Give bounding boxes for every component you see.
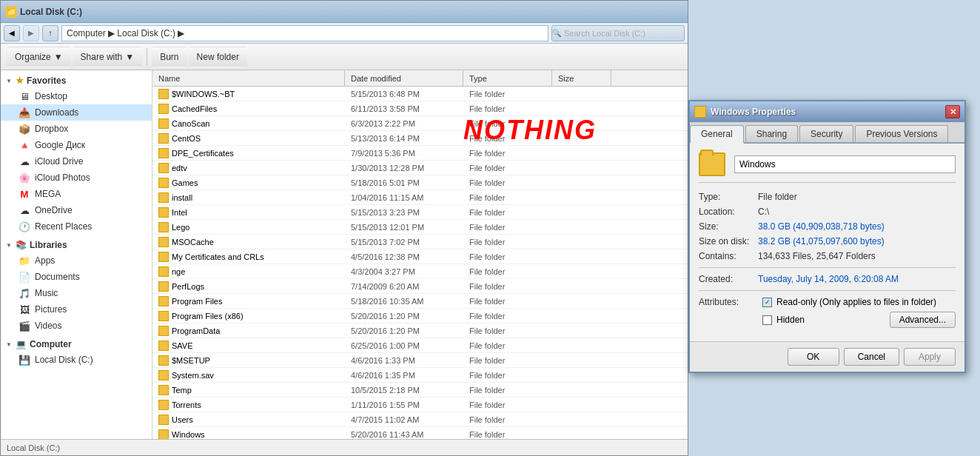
table-row[interactable]: CachedFiles 6/11/2013 3:58 PM File folde… [152,101,688,116]
file-date-cell: 5/13/2013 6:14 PM [345,134,463,143]
table-row[interactable]: edtv 1/30/2013 12:28 PM File folder [152,161,688,175]
new-folder-label: New folder [197,52,239,62]
sidebar-item-apps[interactable]: 📁 Apps [1,252,152,269]
sidebar-item-google-disk[interactable]: 🔺 Google Диск [1,137,152,153]
file-date-cell: 5/15/2013 12:01 PM [345,223,463,232]
sidebar-item-documents[interactable]: 📄 Documents [1,269,152,285]
file-name-text: Program Files [172,297,222,306]
created-value: Tuesday, July 14, 2009, 6:20:08 AM [758,274,899,284]
local-disk-icon: 💾 [19,354,30,366]
computer-header[interactable]: ▼ 💻 Computer [1,337,152,352]
new-folder-button[interactable]: New folder [189,47,247,67]
share-with-button[interactable]: Share with ▼ [73,47,143,67]
table-row[interactable]: Temp 10/5/2015 2:18 PM File folder [152,383,688,398]
table-row[interactable]: DPE_Certificates 7/9/2013 5:36 PM File f… [152,146,688,161]
favorites-header[interactable]: ▼ ★ Favorites [1,73,152,88]
folder-name-input[interactable] [734,155,956,173]
file-name-text: Temp [172,386,192,395]
col-header-type[interactable]: Type [463,70,552,86]
table-row[interactable]: CanoScan 6/3/2013 2:22 PM File folder [152,116,688,131]
libraries-header[interactable]: ▼ 📚 Libraries [1,238,152,252]
table-row[interactable]: Torrents 1/11/2016 1:55 PM File folder [152,398,688,412]
libraries-label: Libraries [30,240,67,250]
computer-section: ▼ 💻 Computer 💾 Local Disk (C:) [1,337,152,368]
col-header-size[interactable]: Size [552,70,611,86]
table-row[interactable]: CentOS 5/13/2013 6:14 PM File folder [152,131,688,146]
col-type-label: Type [469,74,487,83]
table-row[interactable]: nge 4/3/2004 3:27 PM File folder [152,264,688,279]
dialog-close-button[interactable]: ✕ [945,105,960,118]
sidebar-item-dropbox[interactable]: 📦 Dropbox [1,121,152,137]
up-button[interactable]: ↑ [42,25,58,41]
folder-icon [158,148,169,158]
file-name-cell: Program Files (x86) [152,311,345,321]
organize-button[interactable]: Organize ▼ [7,47,71,67]
sidebar-item-desktop[interactable]: 🖥 Desktop [1,88,152,104]
table-row[interactable]: PerfLogs 7/14/2009 6:20 AM File folder [152,279,688,294]
table-row[interactable]: $MSETUP 4/6/2016 1:33 PM File folder [152,353,688,368]
back-button[interactable]: ◀ [4,25,20,41]
table-row[interactable]: SAVE 6/25/2016 1:00 PM File folder [152,338,688,353]
table-row[interactable]: Games 5/18/2016 5:01 PM File folder [152,175,688,190]
col-date-label: Date modified [351,74,401,83]
sidebar-item-recent-places[interactable]: 🕐 Recent Places [1,218,152,235]
table-row[interactable]: Intel 5/15/2013 3:23 PM File folder [152,205,688,220]
address-text: Computer ▶ Local Disk (C:) ▶ [67,28,184,38]
sidebar-item-icloud-drive[interactable]: ☁ iCloud Drive [1,153,152,170]
table-row[interactable]: ProgramData 5/20/2016 1:20 PM File folde… [152,323,688,338]
sidebar-onedrive-label: OneDrive [35,205,73,215]
sidebar-icloud-drive-label: iCloud Drive [35,156,83,167]
table-row[interactable]: System.sav 4/6/2016 1:35 PM File folder [152,368,688,383]
search-icon: 🔍 [552,29,561,37]
sidebar-item-downloads[interactable]: 📥 Downloads [1,104,152,121]
table-row[interactable]: Program Files 5/18/2016 10:35 AM File fo… [152,294,688,309]
table-row[interactable]: Windows 5/20/2016 11:43 AM File folder [152,427,688,439]
advanced-button[interactable]: Advanced... [890,312,956,328]
file-name-text: Intel [172,208,187,217]
col-header-date[interactable]: Date modified [345,70,463,86]
sidebar-item-icloud-photos[interactable]: 🌸 iCloud Photos [1,170,152,186]
table-row[interactable]: install 1/04/2016 11:15 AM File folder [152,190,688,205]
table-row[interactable]: Lego 5/15/2013 12:01 PM File folder [152,220,688,235]
file-name-cell: $WINDOWS.~BT [152,89,345,99]
file-date-cell: 1/04/2016 11:15 AM [345,193,463,202]
table-row[interactable]: Program Files (x86) 5/20/2016 1:20 PM Fi… [152,309,688,323]
burn-button[interactable]: Burn [152,47,187,67]
table-row[interactable]: My Certificates and CRLs 4/5/2016 12:38 … [152,249,688,264]
folder-header [699,152,956,183]
tab-security[interactable]: Security [799,125,853,142]
file-name-cell: Intel [152,207,345,218]
tab-previous-versions[interactable]: Previous Versions [855,125,948,142]
cancel-button[interactable]: Cancel [844,348,899,366]
apply-label: Apply [919,352,941,362]
tab-sharing[interactable]: Sharing [745,125,798,142]
sidebar-item-onedrive[interactable]: ☁ OneDrive [1,202,152,218]
readonly-checkbox[interactable] [762,298,772,307]
file-name-cell: SAVE [152,341,345,351]
recent-places-icon: 🕐 [19,221,30,232]
tab-general[interactable]: General [690,125,744,144]
location-label: Location: [699,207,758,217]
toolbar-divider [147,48,147,66]
col-header-name[interactable]: Name [152,70,345,86]
hidden-checkbox[interactable] [762,315,772,325]
file-type-cell: File folder [463,312,552,321]
folder-icon [158,311,169,321]
sidebar-item-music[interactable]: 🎵 Music [1,285,152,301]
table-row[interactable]: Users 4/7/2015 11:02 AM File folder [152,412,688,427]
file-date-cell: 5/15/2013 7:02 PM [345,238,463,247]
ok-button[interactable]: OK [788,348,839,366]
sidebar-item-pictures[interactable]: 🖼 Pictures [1,301,152,318]
sidebar-item-videos[interactable]: 🎬 Videos [1,318,152,334]
file-name-text: MSOCache [172,238,214,247]
search-button[interactable]: 🔍 Search Local Disk (C:) [551,25,685,41]
forward-button[interactable]: ▶ [23,25,39,41]
file-type-cell: File folder [463,178,552,187]
table-row[interactable]: MSOCache 5/15/2013 7:02 PM File folder [152,235,688,249]
sidebar-item-mega[interactable]: M MEGA [1,186,152,202]
table-row[interactable]: $WINDOWS.~BT 5/15/2013 6:48 PM File fold… [152,87,688,101]
sidebar-item-local-disk[interactable]: 💾 Local Disk (C:) [1,352,152,368]
sidebar: ▼ ★ Favorites 🖥 Desktop 📥 Downloads 📦 Dr… [1,70,152,439]
apply-button[interactable]: Apply [904,348,956,366]
address-path[interactable]: Computer ▶ Local Disk (C:) ▶ [61,25,548,41]
